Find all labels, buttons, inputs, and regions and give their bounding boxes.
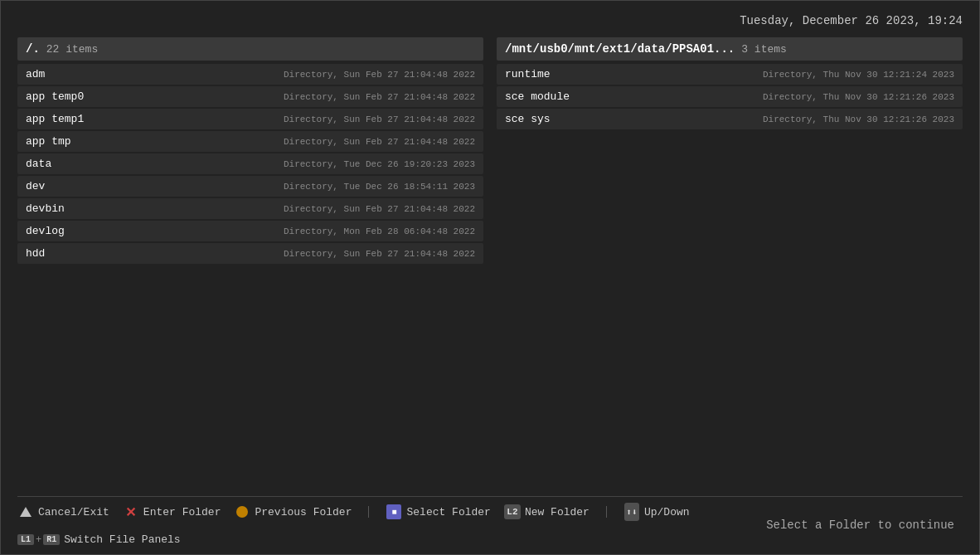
file-name: dev xyxy=(26,180,45,192)
file-meta: Directory, Sun Feb 27 21:04:48 2022 xyxy=(284,204,475,214)
select-folder-label: Select Folder xyxy=(406,506,490,518)
enter-folder-label: Enter Folder xyxy=(143,506,221,518)
square-icon: ■ xyxy=(386,504,402,520)
file-meta: Directory, Thu Nov 30 12:21:24 2023 xyxy=(763,70,954,80)
file-meta: Directory, Sun Feb 27 21:04:48 2022 xyxy=(284,92,475,102)
file-name: sce sys xyxy=(505,113,551,125)
file-name: hdd xyxy=(26,247,45,260)
right-panel-header: /mnt/usb0/mnt/ext1/data/PPSA01... 3 item… xyxy=(497,37,963,61)
list-item[interactable]: runtime Directory, Thu Nov 30 12:21:24 2… xyxy=(497,64,963,85)
left-file-list: adm Directory, Sun Feb 27 21:04:48 2022 … xyxy=(17,64,483,488)
left-panel: /. 22 items adm Directory, Sun Feb 27 21… xyxy=(17,37,483,488)
previous-folder-action[interactable]: Previous Folder xyxy=(234,504,352,520)
left-panel-path: /. xyxy=(26,42,40,56)
right-panel-count: 3 items xyxy=(741,43,787,56)
previous-folder-label: Previous Folder xyxy=(255,506,352,518)
updown-label: Up/Down xyxy=(644,506,690,518)
file-name: app temp0 xyxy=(26,90,84,103)
list-item[interactable]: sce sys Directory, Thu Nov 30 12:21:26 2… xyxy=(497,109,963,129)
action-buttons: Cancel/Exit ✕ Enter Folder Previous Fold… xyxy=(17,504,766,546)
file-name: app temp1 xyxy=(26,113,84,125)
right-panel: /mnt/usb0/mnt/ext1/data/PPSA01... 3 item… xyxy=(497,37,963,488)
left-panel-count: 22 items xyxy=(46,43,98,56)
file-name: adm xyxy=(26,68,45,80)
select-folder-action[interactable]: ■ Select Folder xyxy=(386,504,490,520)
file-meta: Directory, Tue Dec 26 19:20:23 2023 xyxy=(284,159,475,169)
datetime-display: Tuesday, December 26 2023, 19:24 xyxy=(17,14,963,27)
right-panel-path: /mnt/usb0/mnt/ext1/data/PPSA01... xyxy=(505,42,735,56)
separator-1 xyxy=(368,506,369,518)
file-meta: Directory, Mon Feb 28 06:04:48 2022 xyxy=(284,226,475,236)
l2-icon: L2 xyxy=(504,504,521,520)
file-meta: Directory, Thu Nov 30 12:21:26 2023 xyxy=(763,114,954,124)
file-name: devbin xyxy=(26,202,65,215)
list-item[interactable]: devlog Directory, Mon Feb 28 06:04:48 20… xyxy=(17,221,483,241)
switch-panels-label: Switch File Panels xyxy=(64,533,180,546)
bottom-bar: Cancel/Exit ✕ Enter Folder Previous Fold… xyxy=(17,496,963,546)
file-meta: Directory, Sun Feb 27 21:04:48 2022 xyxy=(284,249,475,259)
list-item[interactable]: adm Directory, Sun Feb 27 21:04:48 2022 xyxy=(17,64,483,85)
updown-icon: ⬆⬇ xyxy=(623,504,640,520)
file-meta: Directory, Sun Feb 27 21:04:48 2022 xyxy=(284,114,475,124)
cancel-exit-action[interactable]: Cancel/Exit xyxy=(17,504,109,520)
list-item[interactable]: app temp1 Directory, Sun Feb 27 21:04:48… xyxy=(17,109,483,129)
new-folder-action[interactable]: L2 New Folder xyxy=(504,504,589,520)
updown-action[interactable]: ⬆⬇ Up/Down xyxy=(623,504,690,520)
separator-2 xyxy=(606,506,607,518)
switch-panels-action[interactable]: L1 + R1 Switch File Panels xyxy=(17,533,181,546)
file-meta: Directory, Tue Dec 26 18:54:11 2023 xyxy=(284,182,475,192)
list-item[interactable]: app temp0 Directory, Sun Feb 27 21:04:48… xyxy=(17,86,483,107)
list-item[interactable]: sce module Directory, Thu Nov 30 12:21:2… xyxy=(497,86,963,107)
file-name: data xyxy=(26,158,51,170)
new-folder-label: New Folder xyxy=(525,506,589,518)
file-meta: Directory, Sun Feb 27 21:04:48 2022 xyxy=(284,137,475,147)
left-panel-header: /. 22 items xyxy=(17,37,483,61)
file-meta: Directory, Sun Feb 27 21:04:48 2022 xyxy=(284,70,475,80)
l1r1-icon: L1 + R1 xyxy=(17,534,60,546)
file-panels: /. 22 items adm Directory, Sun Feb 27 21… xyxy=(17,37,963,488)
cancel-exit-label: Cancel/Exit xyxy=(38,506,109,518)
list-item[interactable]: data Directory, Tue Dec 26 19:20:23 2023 xyxy=(17,153,483,174)
file-meta: Directory, Thu Nov 30 12:21:26 2023 xyxy=(763,92,954,102)
enter-folder-action[interactable]: ✕ Enter Folder xyxy=(123,504,221,520)
file-name: runtime xyxy=(505,68,551,80)
x-icon: ✕ xyxy=(123,504,139,520)
list-item[interactable]: app tmp Directory, Sun Feb 27 21:04:48 2… xyxy=(17,131,483,152)
file-name: devlog xyxy=(26,225,65,237)
right-file-list: runtime Directory, Thu Nov 30 12:21:24 2… xyxy=(497,64,963,488)
list-item[interactable]: hdd Directory, Sun Feb 27 21:04:48 2022 xyxy=(17,243,483,264)
circle-icon xyxy=(234,504,250,520)
triangle-icon xyxy=(17,504,34,520)
list-item[interactable]: dev Directory, Tue Dec 26 18:54:11 2023 xyxy=(17,176,483,197)
list-item[interactable]: devbin Directory, Sun Feb 27 21:04:48 20… xyxy=(17,198,483,219)
datetime-text: Tuesday, December 26 2023, 19:24 xyxy=(740,14,963,27)
file-name: sce module xyxy=(505,90,570,103)
file-name: app tmp xyxy=(26,135,71,148)
status-message: Select a Folder to continue xyxy=(766,518,963,532)
